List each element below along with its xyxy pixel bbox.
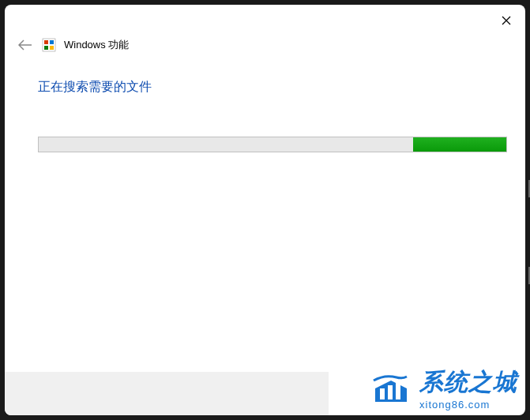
svg-rect-4 (50, 40, 54, 44)
close-button[interactable] (498, 13, 514, 28)
watermark-text: 系统之城 xitong86.com (419, 366, 517, 411)
status-message: 正在搜索需要的文件 (38, 79, 492, 96)
watermark: 系统之城 xitong86.com (369, 366, 517, 411)
watermark-url: xitong86.com (419, 399, 490, 411)
svg-rect-6 (50, 46, 54, 50)
svg-rect-8 (388, 385, 393, 399)
windows-features-icon (42, 38, 56, 52)
dialog-window: Windows 功能 正在搜索需要的文件 系统之城 xitong86.com (5, 5, 525, 415)
watermark-title: 系统之城 (419, 366, 517, 399)
svg-rect-7 (380, 388, 385, 399)
back-arrow-icon (18, 39, 32, 51)
progress-bar (38, 137, 507, 152)
svg-rect-9 (396, 382, 400, 399)
close-icon (502, 16, 511, 25)
dialog-header: Windows 功能 (5, 5, 525, 54)
svg-rect-3 (44, 40, 48, 44)
progress-fill (413, 137, 506, 152)
dialog-title: Windows 功能 (64, 38, 129, 52)
watermark-logo-icon (369, 366, 413, 411)
dialog-content: 正在搜索需要的文件 (5, 54, 525, 152)
back-button[interactable] (17, 36, 34, 54)
bottom-bar (5, 372, 329, 415)
svg-rect-5 (44, 46, 48, 50)
